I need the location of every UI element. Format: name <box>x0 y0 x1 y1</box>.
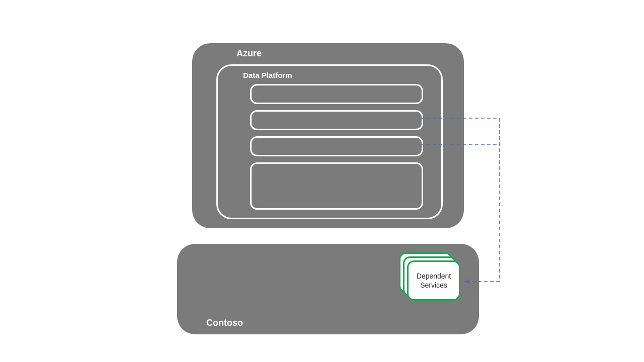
azure-container: Azure Data Platform <box>192 43 464 228</box>
azure-label: Azure <box>236 48 262 59</box>
dependent-services-label: Dependent Services <box>409 272 459 290</box>
slot-4-large <box>250 162 423 210</box>
slot-1 <box>250 84 423 104</box>
contoso-container: Contoso Dependent Services <box>177 244 479 334</box>
data-platform-container: Data Platform <box>216 64 443 219</box>
slot-2 <box>250 110 423 130</box>
contoso-label: Contoso <box>206 318 243 328</box>
dependent-services-card-front: Dependent Services <box>407 260 460 301</box>
slot-3 <box>250 136 423 156</box>
data-platform-label: Data Platform <box>243 71 292 79</box>
